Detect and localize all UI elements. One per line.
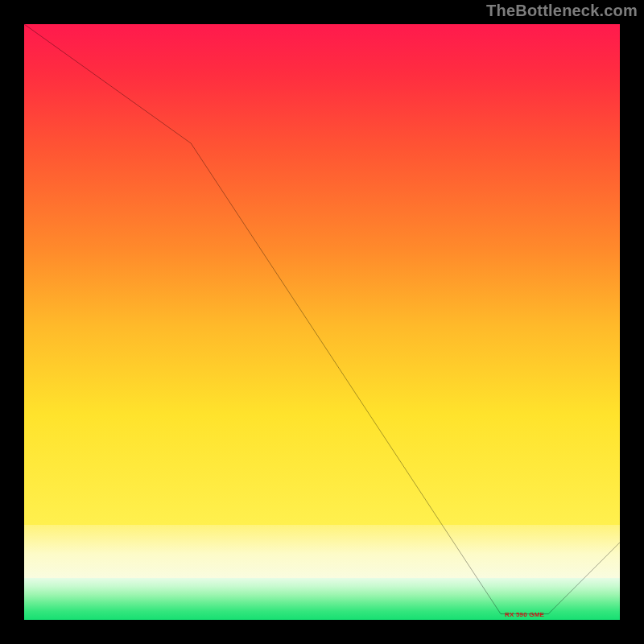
plot-area: RX 590 GME — [24, 24, 620, 620]
chart-line — [24, 24, 620, 620]
bottleneck-curve-path — [24, 24, 620, 614]
series-marker-label: RX 590 GME — [505, 610, 544, 617]
chart-container: TheBottleneck.com RX 590 GME — [0, 0, 644, 644]
watermark-text: TheBottleneck.com — [486, 2, 638, 20]
